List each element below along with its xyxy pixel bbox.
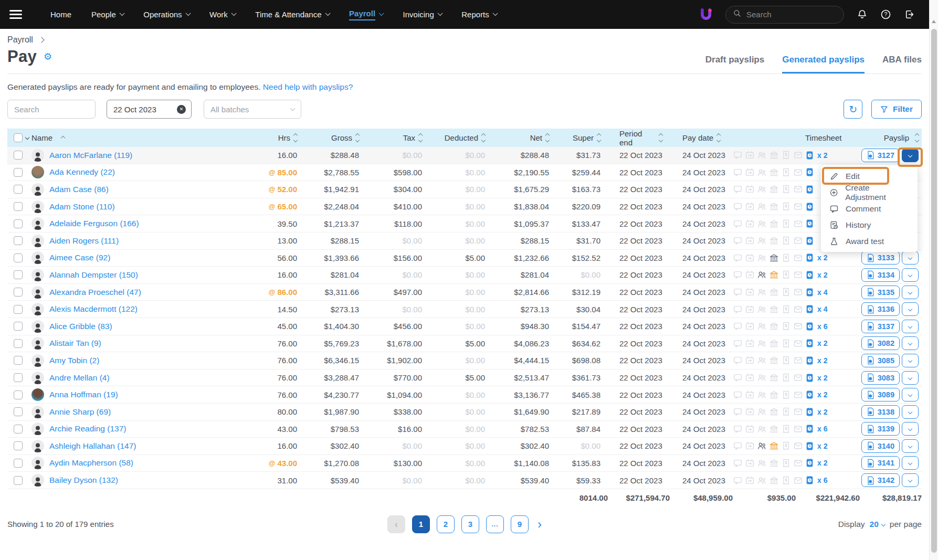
comment-icon[interactable] bbox=[733, 458, 743, 468]
people-icon[interactable] bbox=[757, 236, 767, 246]
column-header-period-end[interactable]: Period end bbox=[600, 129, 662, 147]
payslip-dropdown-button[interactable] bbox=[902, 336, 919, 350]
receipt-icon[interactable] bbox=[781, 321, 791, 331]
timesheet-icon[interactable] bbox=[805, 236, 814, 246]
employee-name-link[interactable]: Bailey Dyson (132) bbox=[49, 476, 118, 485]
comment-icon[interactable] bbox=[733, 476, 743, 485]
payslip-dropdown-button[interactable] bbox=[902, 388, 919, 401]
notifications-bell-icon[interactable] bbox=[857, 9, 868, 20]
payslip-dropdown-button[interactable] bbox=[902, 286, 919, 299]
row-checkbox[interactable] bbox=[14, 288, 23, 297]
employee-name-link[interactable]: Adelaide Ferguson (166) bbox=[49, 219, 139, 228]
envelope-icon[interactable] bbox=[793, 150, 803, 160]
receipt-icon[interactable] bbox=[781, 236, 791, 246]
column-header-pay-date[interactable]: Pay date bbox=[662, 133, 726, 142]
calendar-transfer-icon[interactable] bbox=[745, 476, 755, 485]
people-icon[interactable] bbox=[757, 373, 767, 383]
envelope-icon[interactable] bbox=[793, 424, 803, 434]
timesheet-icon[interactable] bbox=[805, 339, 814, 348]
scrollbar-thumb[interactable] bbox=[931, 29, 937, 553]
row-checkbox[interactable] bbox=[14, 407, 23, 416]
timesheet-count[interactable]: x 2 bbox=[817, 271, 827, 279]
payslip-dropdown-button[interactable] bbox=[902, 320, 919, 333]
envelope-icon[interactable] bbox=[793, 270, 803, 280]
employee-name-link[interactable]: Aimee Case (92) bbox=[49, 253, 110, 262]
employee-name-link[interactable]: Alexis Macdermott (122) bbox=[49, 304, 138, 314]
timesheet-count[interactable]: x 4 bbox=[817, 305, 827, 313]
comment-icon[interactable] bbox=[733, 441, 743, 451]
comment-icon[interactable] bbox=[733, 390, 743, 400]
people-icon[interactable] bbox=[757, 476, 767, 485]
breadcrumb-label[interactable]: Payroll bbox=[7, 35, 33, 45]
payslip-dropdown-button[interactable] bbox=[902, 371, 919, 385]
timesheet-icon[interactable] bbox=[805, 270, 814, 280]
calendar-transfer-icon[interactable] bbox=[745, 167, 755, 177]
calendar-transfer-icon[interactable] bbox=[745, 424, 755, 434]
payslip-dropdown-button[interactable] bbox=[902, 149, 919, 162]
global-search-input[interactable] bbox=[746, 10, 837, 19]
timesheet-icon[interactable] bbox=[805, 322, 814, 331]
timesheet-count[interactable]: x 6 bbox=[817, 476, 827, 484]
payslip-button[interactable]: 3089 bbox=[861, 388, 900, 401]
receipt-icon[interactable] bbox=[781, 270, 791, 280]
comment-icon[interactable] bbox=[733, 287, 743, 297]
calendar-transfer-icon[interactable] bbox=[745, 441, 755, 451]
page-scrollbar[interactable] bbox=[929, 0, 938, 560]
prev-page-button[interactable]: ‹ bbox=[387, 515, 405, 533]
receipt-icon[interactable] bbox=[781, 219, 791, 229]
receipt-icon[interactable] bbox=[781, 304, 791, 314]
tab-aba-files[interactable]: ABA files bbox=[882, 55, 922, 73]
envelope-icon[interactable] bbox=[793, 355, 803, 365]
row-checkbox[interactable] bbox=[14, 305, 23, 314]
row-checkbox[interactable] bbox=[14, 476, 23, 485]
payslip-dropdown-button[interactable] bbox=[902, 302, 919, 316]
employee-name-link[interactable]: Anna Hoffman (19) bbox=[49, 390, 118, 399]
refresh-button[interactable]: ↻ bbox=[844, 100, 862, 119]
help-icon[interactable]: ? bbox=[880, 9, 891, 20]
payslip-button[interactable]: 3083 bbox=[861, 371, 900, 385]
timesheet-icon[interactable] bbox=[805, 253, 814, 262]
timesheet-icon[interactable] bbox=[805, 185, 814, 194]
receipt-icon[interactable] bbox=[781, 458, 791, 468]
nav-item[interactable]: Work bbox=[209, 10, 235, 19]
timesheet-count[interactable]: x 2 bbox=[817, 339, 827, 347]
envelope-icon[interactable] bbox=[793, 202, 803, 212]
row-checkbox[interactable] bbox=[14, 356, 23, 365]
bank-icon[interactable] bbox=[769, 304, 779, 314]
gear-icon[interactable]: ⚙ bbox=[44, 51, 52, 62]
brand-logo[interactable] bbox=[699, 8, 713, 22]
calendar-transfer-icon[interactable] bbox=[745, 355, 755, 365]
nav-item[interactable]: Home bbox=[50, 10, 71, 19]
comment-icon[interactable] bbox=[733, 184, 743, 194]
calendar-transfer-icon[interactable] bbox=[745, 458, 755, 468]
bank-icon[interactable] bbox=[769, 150, 779, 160]
employee-name-link[interactable]: Alistair Tan (9) bbox=[49, 339, 101, 348]
clear-date-icon[interactable]: ✕ bbox=[177, 105, 186, 114]
payslip-button[interactable]: 3137 bbox=[861, 320, 900, 333]
nav-item[interactable]: Time & Attendance bbox=[255, 10, 329, 19]
people-icon[interactable] bbox=[757, 219, 767, 229]
comment-icon[interactable] bbox=[733, 355, 743, 365]
logout-icon[interactable] bbox=[904, 9, 915, 20]
timesheet-icon[interactable] bbox=[805, 407, 814, 417]
people-icon[interactable] bbox=[757, 355, 767, 365]
payslip-button[interactable]: 3139 bbox=[861, 422, 900, 436]
receipt-icon[interactable] bbox=[781, 150, 791, 160]
breadcrumb[interactable]: Payroll bbox=[7, 35, 922, 45]
people-icon[interactable] bbox=[757, 441, 767, 451]
envelope-icon[interactable] bbox=[793, 184, 803, 194]
select-menu-chevron-icon[interactable] bbox=[25, 135, 29, 139]
timesheet-count[interactable]: x 4 bbox=[817, 288, 827, 297]
timesheet-count[interactable]: x 2 bbox=[817, 374, 827, 382]
bank-icon[interactable] bbox=[769, 287, 779, 297]
column-header-payslip[interactable]: Payslip bbox=[847, 133, 922, 142]
column-header-tax[interactable]: Tax bbox=[359, 133, 422, 142]
calendar-transfer-icon[interactable] bbox=[745, 184, 755, 194]
column-header-deducted[interactable]: Deducted bbox=[422, 133, 485, 142]
bank-icon[interactable] bbox=[769, 253, 779, 263]
timesheet-icon[interactable] bbox=[805, 167, 814, 177]
comment-icon[interactable] bbox=[733, 253, 743, 263]
row-checkbox[interactable] bbox=[14, 168, 23, 177]
envelope-icon[interactable] bbox=[793, 219, 803, 229]
payslip-button[interactable]: 3138 bbox=[861, 405, 900, 419]
